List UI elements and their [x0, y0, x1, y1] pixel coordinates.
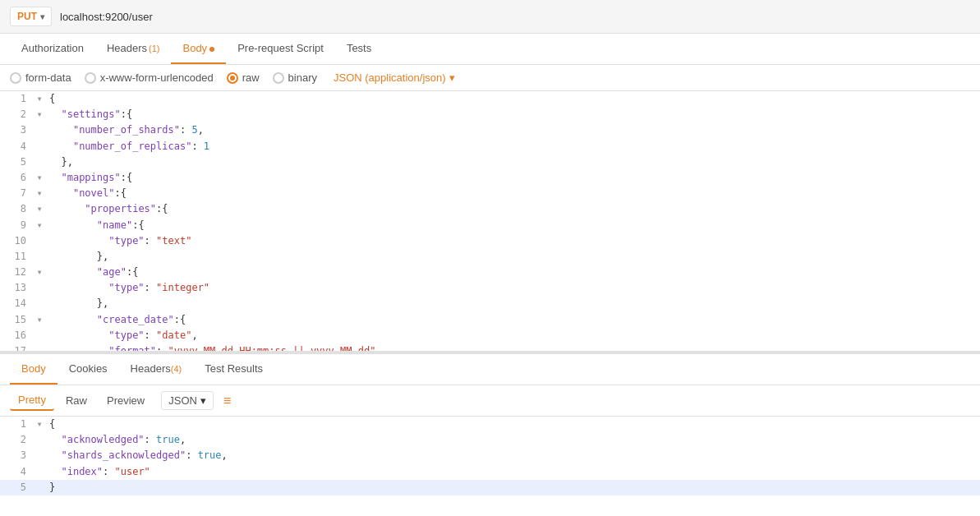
line-number: 9 — [0, 218, 33, 233]
json-type-chevron: ▾ — [200, 394, 206, 407]
resp-tab-testresults[interactable]: Test Results — [193, 354, 274, 385]
line-number: 5 — [0, 480, 33, 495]
request-body-editor[interactable]: 1▾{2▾ "settings":{3 "number_of_shards": … — [0, 91, 980, 354]
fold-toggle[interactable]: ▾ — [33, 170, 46, 186]
fold-toggle[interactable]: ▾ — [33, 91, 46, 107]
line-content: "type": "date", — [46, 328, 980, 343]
response-json-type[interactable]: JSON ▾ — [161, 391, 214, 410]
line-content: { — [46, 417, 980, 432]
format-form-data[interactable]: form-data — [10, 71, 71, 84]
line-content: "name":{ — [46, 218, 980, 233]
tab-body[interactable]: Body — [171, 34, 226, 64]
tab-tests[interactable]: Tests — [335, 34, 383, 64]
line-number: 3 — [0, 122, 33, 138]
line-number: 12 — [0, 265, 33, 280]
line-number: 13 — [0, 280, 33, 296]
line-number: 10 — [0, 233, 33, 249]
fold-toggle[interactable] — [33, 249, 46, 265]
resp-format-preview[interactable]: Preview — [99, 391, 153, 410]
format-urlencoded[interactable]: x-www-form-urlencoded — [85, 71, 214, 84]
response-tabs: Body Cookies Headers(4) Test Results — [0, 354, 980, 385]
resp-format-pretty[interactable]: Pretty — [10, 390, 54, 411]
fold-toggle[interactable]: ▾ — [33, 186, 46, 201]
line-content: }, — [46, 154, 980, 170]
request-code-table: 1▾{2▾ "settings":{3 "number_of_shards": … — [0, 91, 980, 354]
line-content: "index": "user" — [46, 464, 980, 480]
fold-toggle[interactable] — [33, 448, 46, 463]
fold-toggle[interactable] — [33, 280, 46, 296]
line-number: 7 — [0, 186, 33, 201]
line-content: "acknowledged": true, — [46, 432, 980, 448]
tab-headers[interactable]: Headers(1) — [95, 34, 172, 64]
line-content: "mappings":{ — [46, 170, 980, 186]
method-label: PUT — [17, 11, 37, 22]
line-content: "number_of_replicas": 1 — [46, 139, 980, 154]
line-number: 16 — [0, 328, 33, 343]
line-content: "type": "text" — [46, 233, 980, 249]
line-number: 1 — [0, 91, 33, 107]
fold-toggle[interactable]: ▾ — [33, 107, 46, 122]
fold-toggle[interactable] — [33, 464, 46, 480]
line-number: 2 — [0, 107, 33, 122]
content-type-selector[interactable]: JSON (application/json) ▾ — [334, 71, 455, 84]
resp-format-raw[interactable]: Raw — [58, 391, 95, 410]
fold-toggle[interactable] — [33, 154, 46, 170]
line-content: "properties":{ — [46, 201, 980, 217]
response-section: Body Cookies Headers(4) Test Results Pre… — [0, 354, 980, 495]
line-content: "novel":{ — [46, 186, 980, 201]
line-content: "type": "integer" — [46, 280, 980, 296]
content-type-chevron: ▾ — [449, 71, 455, 84]
resp-tab-headers[interactable]: Headers(4) — [119, 354, 194, 385]
fold-toggle[interactable] — [33, 480, 46, 495]
response-code-table: 1▾{2 "acknowledged": true,3 "shards_ackn… — [0, 417, 980, 495]
line-number: 15 — [0, 312, 33, 328]
request-tabs: Authorization Headers(1) Body Pre-reques… — [0, 34, 980, 65]
line-number: 1 — [0, 417, 33, 432]
wrap-lines-icon[interactable]: ≡ — [223, 394, 231, 408]
radio-form-data[interactable] — [10, 72, 21, 84]
resp-tab-cookies[interactable]: Cookies — [58, 354, 119, 385]
fold-toggle[interactable]: ▾ — [33, 265, 46, 280]
line-number: 14 — [0, 296, 33, 311]
line-number: 4 — [0, 464, 33, 480]
line-content: }, — [46, 296, 980, 311]
tab-prerequest[interactable]: Pre-request Script — [226, 34, 335, 64]
line-content: "age":{ — [46, 265, 980, 280]
line-content: "create_date":{ — [46, 312, 980, 328]
line-content: "format": "yyyy-MM-dd HH:mm:ss || yyyy-M… — [46, 343, 980, 354]
fold-toggle[interactable] — [33, 328, 46, 343]
response-format-row: Pretty Raw Preview JSON ▾ ≡ — [0, 385, 980, 417]
line-content: }, — [46, 249, 980, 265]
tab-authorization[interactable]: Authorization — [10, 34, 95, 64]
line-number: 17 — [0, 343, 33, 354]
format-binary[interactable]: binary — [273, 71, 317, 84]
fold-toggle[interactable]: ▾ — [33, 417, 46, 432]
radio-binary[interactable] — [273, 72, 284, 84]
fold-toggle[interactable] — [33, 233, 46, 249]
line-content: { — [46, 91, 980, 107]
url-input[interactable] — [60, 11, 970, 23]
format-raw[interactable]: raw — [227, 71, 260, 84]
line-number: 4 — [0, 139, 33, 154]
line-number: 11 — [0, 249, 33, 265]
fold-toggle[interactable] — [33, 296, 46, 311]
line-content: } — [46, 480, 980, 495]
line-number: 8 — [0, 201, 33, 217]
fold-toggle[interactable] — [33, 432, 46, 448]
fold-toggle[interactable]: ▾ — [33, 218, 46, 233]
line-content: "settings":{ — [46, 107, 980, 122]
line-number: 2 — [0, 432, 33, 448]
body-format-row: form-data x-www-form-urlencoded raw bina… — [0, 65, 980, 91]
fold-toggle[interactable] — [33, 139, 46, 154]
fold-toggle[interactable] — [33, 343, 46, 354]
method-selector[interactable]: PUT ▾ — [10, 7, 52, 26]
resp-tab-body[interactable]: Body — [10, 354, 58, 385]
line-number: 3 — [0, 448, 33, 463]
fold-toggle[interactable]: ▾ — [33, 312, 46, 328]
fold-toggle[interactable] — [33, 122, 46, 138]
fold-toggle[interactable]: ▾ — [33, 201, 46, 217]
radio-urlencoded[interactable] — [85, 72, 96, 84]
line-content: "shards_acknowledged": true, — [46, 448, 980, 463]
url-bar: PUT ▾ — [0, 0, 980, 34]
radio-raw[interactable] — [227, 72, 238, 84]
